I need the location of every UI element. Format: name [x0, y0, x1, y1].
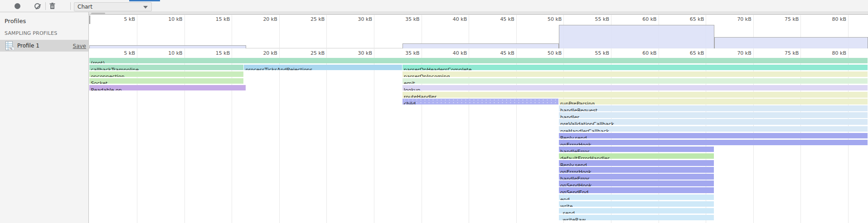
flame-band[interactable]: onSendEnd	[559, 187, 714, 193]
overview-ruler-label: 40 kB	[443, 16, 467, 22]
flame-ruler-label: 65 kB	[680, 50, 704, 56]
flame-band[interactable]: preHandlerCallback	[559, 126, 868, 132]
toolbar-separator	[45, 2, 46, 10]
allocation-overview[interactable]: 5 kB10 kB15 kB20 kB25 kB30 kB35 kB40 kB4…	[89, 15, 868, 48]
flame-band[interactable]: Reply.send	[559, 160, 714, 166]
overview-ruler-label: 75 kB	[775, 16, 799, 22]
flame-band-label: processTicksAndRejections	[244, 67, 312, 71]
flame-band[interactable]: processTicksAndRejections	[244, 65, 402, 71]
flame-band[interactable]: _send	[559, 208, 714, 214]
sampling-profile-icon: %	[5, 41, 14, 50]
flame-ruler-label: 25 kB	[301, 50, 325, 56]
flame-band[interactable]: parserOnIncoming	[402, 71, 868, 77]
flame-band[interactable]: handleError	[559, 174, 714, 180]
flame-band-label: callbackTrampoline	[89, 67, 139, 71]
overview-area-segment[interactable]	[559, 25, 714, 48]
flame-band-label: Reply.send	[559, 136, 587, 139]
flame-ruler-label: 40 kB	[443, 50, 467, 56]
sidebar-title: Profiles	[5, 18, 26, 24]
allocation-flame-chart: 5 kB10 kB15 kB20 kB25 kB30 kB35 kB40 kB4…	[89, 48, 868, 223]
overview-gridline	[326, 15, 327, 48]
overview-ruler-label: 25 kB	[301, 16, 325, 22]
flame-band-label: write_	[559, 204, 575, 207]
flame-gridline	[279, 48, 280, 223]
flame-band[interactable]: child	[402, 99, 558, 104]
view-mode-select[interactable]: Chart	[74, 2, 152, 11]
overview-area-segment[interactable]	[402, 43, 559, 48]
overview-area-segment[interactable]	[89, 45, 246, 49]
toolbar-separator	[70, 2, 71, 10]
flame-band[interactable]: write_	[559, 201, 714, 207]
svg-text:%: %	[10, 47, 13, 50]
overview-ruler-label: 5 kB	[112, 16, 135, 22]
flame-ruler-label: 55 kB	[586, 50, 609, 56]
flame-ruler-label: 50 kB	[538, 50, 562, 56]
flame-band[interactable]: handler	[559, 112, 868, 118]
flame-band[interactable]: onErrorHook	[559, 167, 714, 173]
profile-list-item[interactable]: % Profile 1 Save	[0, 40, 88, 52]
flame-band[interactable]: lookup	[402, 85, 868, 91]
profiles-sidebar: Profiles SAMPLING PROFILES % Profile 1 S…	[0, 12, 89, 223]
flame-band[interactable]: Reply.send	[559, 133, 868, 139]
overview-ruler-label: 10 kB	[159, 16, 183, 22]
overview-ruler-label: 60 kB	[633, 16, 657, 22]
flame-band-label: Reply.send	[559, 163, 587, 166]
flame-band[interactable]: onconnection	[89, 71, 243, 77]
flame-band[interactable]: (root)	[89, 58, 868, 64]
overview-ruler-label: 65 kB	[680, 16, 704, 22]
flame-band[interactable]: onErrorHook	[559, 140, 868, 146]
flame-band-label: lookup	[402, 88, 421, 91]
overview-area-segment[interactable]	[714, 37, 868, 48]
flame-ruler-label: 35 kB	[396, 50, 420, 56]
flame-band-label: routeHandler	[402, 95, 436, 98]
overview-ruler-label: 80 kB	[823, 16, 846, 22]
flame-band[interactable]: _writeRaw	[559, 215, 714, 221]
flame-ruler-label: 45 kB	[491, 50, 514, 56]
overview-ruler-label: 55 kB	[586, 16, 609, 22]
active-tab-indicator	[129, 0, 160, 1]
flame-band-label: onconnection	[89, 74, 124, 77]
flame-band-label: handleError	[559, 176, 589, 180]
flame-ruler-label: 20 kB	[254, 50, 277, 56]
clear-all-icon	[34, 3, 40, 9]
toolbar: Chart	[0, 0, 868, 12]
flame-band[interactable]: emit	[402, 78, 868, 84]
flame-band-label: Socket	[89, 81, 107, 84]
flame-ruler-label: 10 kB	[159, 50, 183, 56]
flame-band[interactable]: Socket	[89, 78, 243, 84]
flame-band[interactable]: Readable.on	[89, 85, 245, 91]
clear-all-profiles-button[interactable]	[34, 0, 41, 12]
flame-ruler-label: 60 kB	[633, 50, 657, 56]
flame-band[interactable]: routeHandler	[402, 92, 868, 98]
flame-band[interactable]: callbackTrampoline	[89, 65, 243, 71]
overview-gridline	[374, 15, 374, 48]
flame-band-label: Readable.on	[89, 88, 121, 91]
record-button[interactable]	[14, 0, 21, 12]
flame-band[interactable]: end	[559, 195, 714, 200]
flame-band-label: defaultErrorHandler	[559, 156, 610, 159]
overview-gridline	[279, 15, 280, 48]
flame-band[interactable]: runPreParsing	[559, 99, 868, 104]
flame-band[interactable]: parserOnHeadersComplete	[402, 65, 868, 71]
record-icon	[15, 3, 20, 9]
flame-band[interactable]: preValidationCallback	[559, 119, 868, 125]
flame-band-label: onSendHook	[559, 183, 592, 186]
flame-band-label: handleError	[559, 149, 589, 152]
scrollbar-thumb[interactable]	[91, 13, 105, 14]
chevron-down-icon	[143, 6, 148, 9]
flame-band-label: emit	[402, 81, 415, 84]
overview-vertical-scrollbar[interactable]	[89, 15, 90, 24]
delete-profile-button[interactable]	[48, 0, 56, 12]
flame-band[interactable]: handleRequest	[559, 105, 868, 111]
flame-band[interactable]: defaultErrorHandler	[559, 153, 714, 159]
sampling-profiles-section-header: SAMPLING PROFILES	[5, 30, 57, 36]
overview-gridline	[137, 15, 137, 48]
flame-band[interactable]: handleError	[559, 147, 714, 152]
flame-band-label: parserOnIncoming	[402, 74, 450, 77]
flame-band[interactable]: onSendHook	[559, 180, 714, 186]
flame-ruler-label: 5 kB	[112, 50, 135, 56]
overview-ruler-label: 50 kB	[538, 16, 562, 22]
flame-band-label: child	[402, 101, 416, 104]
save-profile-link[interactable]: Save	[73, 43, 86, 49]
overview-ruler-label: 20 kB	[254, 16, 277, 22]
